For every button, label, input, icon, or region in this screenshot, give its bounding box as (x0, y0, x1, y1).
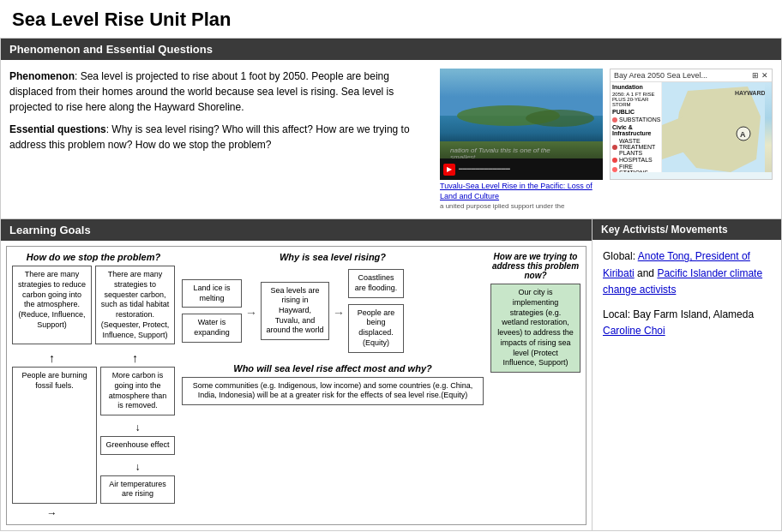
affect-section: Who will sea level rise affect most and … (182, 363, 484, 409)
box-greenhouse: Greenhouse effect (100, 436, 175, 455)
svg-rect-2 (440, 141, 603, 158)
box-displaced: People are being displaced. (Equity) (348, 304, 404, 353)
ice-water-col: Land ice is melting Water is expanding (182, 279, 242, 346)
map-visual: HAYWARD A (662, 82, 772, 172)
svg-text:smallest: smallest (450, 153, 476, 158)
legend-item-substations: SUBSTATIONS (612, 117, 659, 123)
map-body: Inundation 2050: A 1 FT RISE PLUS 20-YEA… (611, 82, 772, 172)
question-affect: Who will sea level rise affect most and … (182, 363, 484, 374)
map-header: Bay Area 2050 Sea Level... ⊞ ✕ (611, 69, 772, 82)
arrow-down-2: ↓ (100, 461, 175, 473)
box-communities: Some communities (e.g. Indigenous, low i… (182, 377, 484, 405)
key-activists-header: Key Activists/ Movements (593, 219, 781, 240)
legend-item-fire: FIRE STATIONS (612, 164, 659, 172)
arrow-up-2: ↑ (95, 351, 175, 365)
arrow-right-2: → (333, 306, 345, 320)
essential-label: Essential questions (9, 123, 106, 135)
map-title: Bay Area 2050 Sea Level... (614, 71, 707, 80)
svg-point-4 (526, 110, 594, 127)
video-controls[interactable]: ▶ ━━━━━━━━━━━━ (440, 158, 603, 180)
map-legend: Inundation 2050: A 1 FT RISE PLUS 20-YEA… (611, 82, 662, 172)
question-rising: Why is sea level rising? (182, 252, 484, 262)
map-container: Bay Area 2050 Sea Level... ⊞ ✕ Inundatio… (610, 69, 773, 210)
middle-bottom: More carbon is going into the atmosphere… (100, 367, 175, 507)
svg-text:nation of Tuvalu this is one o: nation of Tuvalu this is one of the (450, 146, 550, 154)
arrow-up-1: ↑ (12, 351, 92, 365)
legend-subtitle: 2050: A 1 FT RISE PLUS 20-YEAR STORM (612, 92, 659, 107)
legend-public: PUBLIC (612, 109, 659, 115)
phenomenon-section: Phenomenon and Essential Questions Pheno… (0, 38, 782, 219)
legend-civic: Civic & Infrastructure (612, 124, 659, 136)
video-progress: ━━━━━━━━━━━━ (459, 165, 510, 173)
video-subtitle: a united purpose iplied support under th… (440, 202, 603, 210)
phenomenon-header: Phenomenon and Essential Questions (1, 39, 781, 60)
phenomenon-body: Phenomenon: Sea level is projected to ri… (1, 60, 781, 218)
box-land-ice: Land ice is melting (182, 279, 242, 308)
box-water-expanding: Water is expanding (182, 314, 242, 342)
box-coastlines: Coastlines are flooding. (348, 269, 404, 297)
arrow-down-1: ↓ (100, 421, 175, 433)
map-thumbnail[interactable]: Bay Area 2050 Sea Level... ⊞ ✕ Inundatio… (610, 69, 773, 180)
box-more-carbon: More carbon is going into the atmosphere… (100, 367, 175, 415)
top-boxes: There are many strategies to reduce carb… (12, 266, 175, 348)
local-activists: Local: Bay Farm Island, Alameda Caroline… (603, 307, 771, 339)
arrow-row-up: ↑ ↑ (12, 351, 175, 365)
bottom-boxes: People are burning fossil fuels. More ca… (12, 367, 175, 507)
legend-item-hospitals: HOSPITALS (612, 157, 659, 163)
box-city-implementing: Our city is implementing strategies (e.g… (490, 284, 580, 373)
media-area: nation of Tuvalu this is one of the smal… (440, 69, 773, 210)
map-svg: HAYWARD A (662, 82, 765, 172)
spacer (95, 507, 175, 519)
svg-text:A: A (740, 130, 746, 139)
key-activists: Key Activists/ Movements Global: Anote T… (593, 219, 781, 530)
video-caption[interactable]: Tuvalu-Sea Level Rise in the Pacific: Lo… (440, 182, 603, 201)
video-image: nation of Tuvalu this is one of the smal… (440, 69, 603, 158)
local-label: Local: Bay Farm Island, Alameda (603, 308, 754, 320)
phenomenon-text: Phenomenon: Sea level is projected to ri… (9, 69, 431, 152)
question-address: How are we trying to address this proble… (490, 252, 580, 280)
global-label: Global: (603, 250, 638, 262)
learning-goals: Learning Goals How do we stop the proble… (1, 219, 593, 530)
phenomenon-label: Phenomenon (9, 70, 75, 82)
arrows-between: → (12, 507, 175, 519)
video-container: nation of Tuvalu this is one of the smal… (440, 69, 603, 210)
lower-section: Learning Goals How do we stop the proble… (0, 219, 782, 531)
global-and: and (635, 267, 658, 279)
video-svg: nation of Tuvalu this is one of the smal… (440, 69, 603, 158)
rising-row: Land ice is melting Water is expanding →… (182, 269, 484, 356)
effects-col: Coastlines are flooding. People are bein… (348, 269, 404, 356)
local-link[interactable]: Caroline Choi (603, 325, 665, 337)
diagram-left: How do we stop the problem? There are ma… (12, 252, 175, 519)
play-button[interactable]: ▶ (443, 164, 455, 176)
learning-goals-header: Learning Goals (1, 219, 592, 241)
global-activists: Global: Anote Tong, President of Kiribat… (603, 248, 771, 298)
box-sea-rising: Sea levels are rising in Hayward, Tuvalu… (261, 282, 329, 340)
question-stop: How do we stop the problem? (12, 252, 175, 262)
page-title: Sea Level Rise Unit Plan (0, 0, 782, 38)
box-strategies-reduce: There are many strategies to reduce carb… (12, 266, 92, 344)
flow-diagram: How do we stop the problem? There are ma… (6, 246, 586, 525)
box-air-temp: Air temperatures are rising (100, 475, 175, 504)
box-strategies-sequester: There are many strategies to sequester c… (95, 266, 175, 344)
svg-text:HAYWARD: HAYWARD (735, 90, 765, 96)
diagram-right: How are we trying to address this proble… (490, 252, 580, 376)
box-burning: People are burning fossil fuels. (12, 367, 97, 504)
map-controls: ⊞ ✕ (752, 71, 768, 80)
legend-item-treatment: WASTE TREATMENT PLANTS (612, 138, 659, 156)
legend-title: Inundation (612, 84, 659, 90)
diagram-middle: Why is sea level rising? Land ice is mel… (182, 252, 484, 409)
diagram-layout: How do we stop the problem? There are ma… (12, 252, 580, 519)
arrow-mid: → (245, 306, 257, 320)
video-thumbnail[interactable]: nation of Tuvalu this is one of the smal… (440, 69, 603, 180)
key-activists-body: Global: Anote Tong, President of Kiribat… (593, 240, 781, 356)
arrow-right-1: → (12, 507, 92, 519)
